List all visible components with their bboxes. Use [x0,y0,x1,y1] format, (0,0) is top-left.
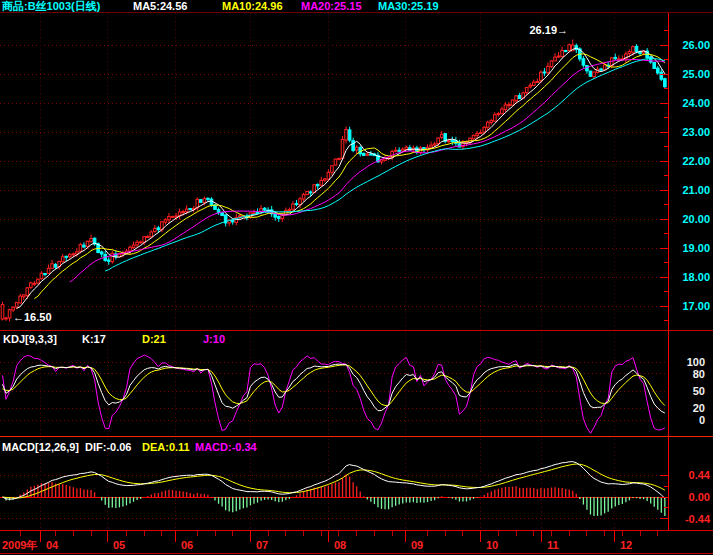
macd-axis-label: 0.00 [689,491,710,503]
year-label: 2009年 [2,539,37,551]
kdj-title: KDJ[9,3,3] [3,333,57,345]
chart-canvas[interactable]: 26.0025.0024.0023.0022.0021.0020.0019.00… [0,0,713,555]
month-label: 11 [547,539,559,551]
kdj-axis-label: 100 [687,356,705,368]
ma10-readout: MA10:24.96 [222,0,283,12]
macd-dea-readout: DEA:0.11 [142,441,190,453]
kdj-d-readout: D:21 [142,333,166,345]
price-axis-label: 25.00 [682,68,710,80]
month-label: 12 [620,539,632,551]
month-label: 05 [113,539,125,551]
kdj-lines [3,355,665,433]
macd-dif-readout: DIF:-0.06 [85,441,131,453]
macd-axis-label: -0.44 [685,513,711,525]
kdj-header: KDJ[9,3,3] K:17 D:21 J:10 [0,333,713,346]
kdj-axis-label: 20 [693,402,705,414]
instrument-label: 商品:B丝1003(日线) [2,0,100,12]
peak-price-annotation: 26.19→ [468,24,568,37]
macd-axis-label: 0.44 [689,469,711,481]
month-label: 08 [334,539,346,551]
price-axis-label: 22.00 [682,155,710,167]
kdj-axis-label: 0 [699,414,705,426]
month-label: 04 [46,539,59,551]
macd-header: MACD[12,26,9] DIF:-0.06 DEA:0.11 MACD:-0… [0,441,713,454]
time-axis: 2009年040506070809101112 [2,531,658,551]
price-axis-label: 18.00 [682,271,710,283]
price-axis-label: 23.00 [682,126,710,138]
month-label: 10 [486,539,498,551]
price-axis-label: 21.00 [682,184,710,196]
trading-terminal: 商品:B丝1003(日线) MA5:24.56 MA10:24.96 MA20:… [0,0,713,555]
price-axis-label: 19.00 [682,242,710,254]
month-label: 07 [256,539,268,551]
kdj-j-readout: J:10 [203,333,225,345]
kdj-k-readout: K:17 [82,333,106,345]
macd-title: MACD[12,26,9] [2,441,79,453]
macd-macd-readout: MACD:-0.34 [195,441,257,453]
price-axis-label: 26.00 [682,39,710,51]
low-price-annotation: ←16.50 [13,311,52,324]
main-chart-header: 商品:B丝1003(日线) MA5:24.56 MA10:24.96 MA20:… [0,0,713,13]
month-label: 09 [411,539,423,551]
ma20-readout: MA20:25.15 [301,0,362,12]
ma5-readout: MA5:24.56 [133,0,187,12]
kdj-axis-label: 50 [693,385,705,397]
price-axis-label: 20.00 [682,213,710,225]
price-axis-label: 17.00 [682,300,710,312]
moving-average-lines [17,48,665,308]
ma30-readout: MA30:25.19 [378,0,439,12]
month-label: 06 [181,539,193,551]
price-axis-label: 24.00 [682,97,710,109]
macd-histogram [6,474,665,516]
kdj-axis-label: 80 [693,368,705,380]
